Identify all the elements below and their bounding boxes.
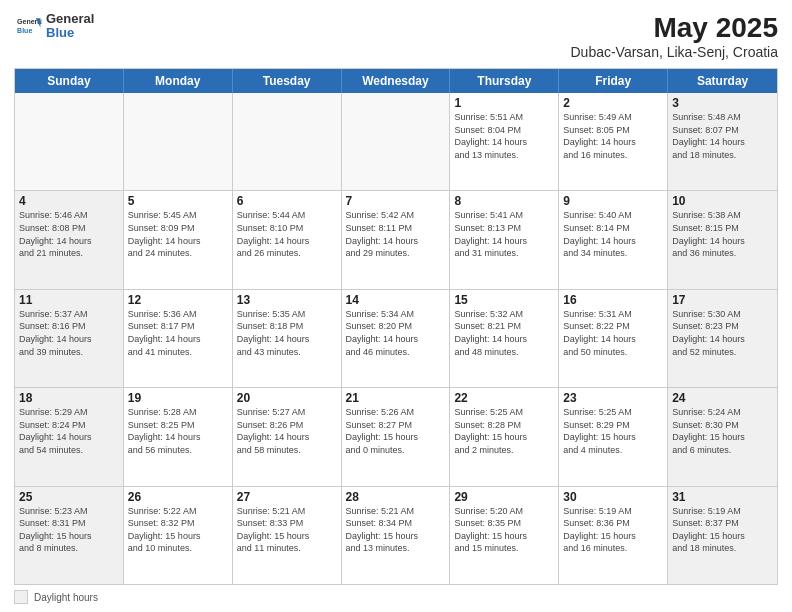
page-title: May 2025 xyxy=(570,12,778,44)
day-2: 2Sunrise: 5:49 AMSunset: 8:05 PMDaylight… xyxy=(559,93,668,190)
day-3: 3Sunrise: 5:48 AMSunset: 8:07 PMDaylight… xyxy=(668,93,777,190)
day-19: 19Sunrise: 5:28 AMSunset: 8:25 PMDayligh… xyxy=(124,388,233,485)
header-tuesday: Tuesday xyxy=(233,69,342,93)
empty-cell xyxy=(342,93,451,190)
day-15: 15Sunrise: 5:32 AMSunset: 8:21 PMDayligh… xyxy=(450,290,559,387)
header-wednesday: Wednesday xyxy=(342,69,451,93)
day-number-21: 21 xyxy=(346,391,446,405)
day-number-24: 24 xyxy=(672,391,773,405)
day-number-7: 7 xyxy=(346,194,446,208)
day-info-25: Sunrise: 5:23 AMSunset: 8:31 PMDaylight:… xyxy=(19,505,119,555)
day-number-4: 4 xyxy=(19,194,119,208)
day-27: 27Sunrise: 5:21 AMSunset: 8:33 PMDayligh… xyxy=(233,487,342,584)
legend: Daylight hours xyxy=(14,590,778,604)
day-number-31: 31 xyxy=(672,490,773,504)
day-info-9: Sunrise: 5:40 AMSunset: 8:14 PMDaylight:… xyxy=(563,209,663,259)
day-6: 6Sunrise: 5:44 AMSunset: 8:10 PMDaylight… xyxy=(233,191,342,288)
day-info-29: Sunrise: 5:20 AMSunset: 8:35 PMDaylight:… xyxy=(454,505,554,555)
week-2: 4Sunrise: 5:46 AMSunset: 8:08 PMDaylight… xyxy=(15,191,777,289)
day-info-7: Sunrise: 5:42 AMSunset: 8:11 PMDaylight:… xyxy=(346,209,446,259)
day-info-14: Sunrise: 5:34 AMSunset: 8:20 PMDaylight:… xyxy=(346,308,446,358)
day-number-27: 27 xyxy=(237,490,337,504)
day-info-12: Sunrise: 5:36 AMSunset: 8:17 PMDaylight:… xyxy=(128,308,228,358)
day-info-17: Sunrise: 5:30 AMSunset: 8:23 PMDaylight:… xyxy=(672,308,773,358)
day-31: 31Sunrise: 5:19 AMSunset: 8:37 PMDayligh… xyxy=(668,487,777,584)
day-17: 17Sunrise: 5:30 AMSunset: 8:23 PMDayligh… xyxy=(668,290,777,387)
day-21: 21Sunrise: 5:26 AMSunset: 8:27 PMDayligh… xyxy=(342,388,451,485)
day-number-23: 23 xyxy=(563,391,663,405)
day-info-18: Sunrise: 5:29 AMSunset: 8:24 PMDaylight:… xyxy=(19,406,119,456)
header-monday: Monday xyxy=(124,69,233,93)
day-info-1: Sunrise: 5:51 AMSunset: 8:04 PMDaylight:… xyxy=(454,111,554,161)
day-11: 11Sunrise: 5:37 AMSunset: 8:16 PMDayligh… xyxy=(15,290,124,387)
calendar-body: 1Sunrise: 5:51 AMSunset: 8:04 PMDaylight… xyxy=(15,93,777,584)
day-number-18: 18 xyxy=(19,391,119,405)
day-number-16: 16 xyxy=(563,293,663,307)
page-subtitle: Dubac-Varsan, Lika-Senj, Croatia xyxy=(570,44,778,60)
logo-blue: Blue xyxy=(46,26,94,40)
day-info-22: Sunrise: 5:25 AMSunset: 8:28 PMDaylight:… xyxy=(454,406,554,456)
day-13: 13Sunrise: 5:35 AMSunset: 8:18 PMDayligh… xyxy=(233,290,342,387)
header: General Blue General Blue May 2025 Dubac… xyxy=(14,12,778,60)
page: General Blue General Blue May 2025 Dubac… xyxy=(0,0,792,612)
day-number-10: 10 xyxy=(672,194,773,208)
legend-label: Daylight hours xyxy=(34,592,98,603)
day-info-4: Sunrise: 5:46 AMSunset: 8:08 PMDaylight:… xyxy=(19,209,119,259)
day-info-30: Sunrise: 5:19 AMSunset: 8:36 PMDaylight:… xyxy=(563,505,663,555)
day-18: 18Sunrise: 5:29 AMSunset: 8:24 PMDayligh… xyxy=(15,388,124,485)
logo: General Blue General Blue xyxy=(14,12,94,41)
day-14: 14Sunrise: 5:34 AMSunset: 8:20 PMDayligh… xyxy=(342,290,451,387)
day-number-19: 19 xyxy=(128,391,228,405)
day-info-26: Sunrise: 5:22 AMSunset: 8:32 PMDaylight:… xyxy=(128,505,228,555)
day-number-26: 26 xyxy=(128,490,228,504)
day-number-1: 1 xyxy=(454,96,554,110)
empty-cell xyxy=(15,93,124,190)
day-24: 24Sunrise: 5:24 AMSunset: 8:30 PMDayligh… xyxy=(668,388,777,485)
empty-cell xyxy=(233,93,342,190)
day-info-13: Sunrise: 5:35 AMSunset: 8:18 PMDaylight:… xyxy=(237,308,337,358)
day-info-10: Sunrise: 5:38 AMSunset: 8:15 PMDaylight:… xyxy=(672,209,773,259)
day-info-31: Sunrise: 5:19 AMSunset: 8:37 PMDaylight:… xyxy=(672,505,773,555)
day-8: 8Sunrise: 5:41 AMSunset: 8:13 PMDaylight… xyxy=(450,191,559,288)
header-friday: Friday xyxy=(559,69,668,93)
day-info-6: Sunrise: 5:44 AMSunset: 8:10 PMDaylight:… xyxy=(237,209,337,259)
calendar-header: SundayMondayTuesdayWednesdayThursdayFrid… xyxy=(15,69,777,93)
day-number-13: 13 xyxy=(237,293,337,307)
day-28: 28Sunrise: 5:21 AMSunset: 8:34 PMDayligh… xyxy=(342,487,451,584)
logo-text: General Blue xyxy=(46,12,94,41)
day-info-28: Sunrise: 5:21 AMSunset: 8:34 PMDaylight:… xyxy=(346,505,446,555)
day-number-28: 28 xyxy=(346,490,446,504)
day-30: 30Sunrise: 5:19 AMSunset: 8:36 PMDayligh… xyxy=(559,487,668,584)
day-7: 7Sunrise: 5:42 AMSunset: 8:11 PMDaylight… xyxy=(342,191,451,288)
day-22: 22Sunrise: 5:25 AMSunset: 8:28 PMDayligh… xyxy=(450,388,559,485)
day-10: 10Sunrise: 5:38 AMSunset: 8:15 PMDayligh… xyxy=(668,191,777,288)
day-29: 29Sunrise: 5:20 AMSunset: 8:35 PMDayligh… xyxy=(450,487,559,584)
week-1: 1Sunrise: 5:51 AMSunset: 8:04 PMDaylight… xyxy=(15,93,777,191)
day-4: 4Sunrise: 5:46 AMSunset: 8:08 PMDaylight… xyxy=(15,191,124,288)
day-info-23: Sunrise: 5:25 AMSunset: 8:29 PMDaylight:… xyxy=(563,406,663,456)
day-info-11: Sunrise: 5:37 AMSunset: 8:16 PMDaylight:… xyxy=(19,308,119,358)
day-info-3: Sunrise: 5:48 AMSunset: 8:07 PMDaylight:… xyxy=(672,111,773,161)
day-number-2: 2 xyxy=(563,96,663,110)
day-number-5: 5 xyxy=(128,194,228,208)
day-number-3: 3 xyxy=(672,96,773,110)
logo-icon: General Blue xyxy=(14,12,42,40)
day-number-6: 6 xyxy=(237,194,337,208)
empty-cell xyxy=(124,93,233,190)
day-info-5: Sunrise: 5:45 AMSunset: 8:09 PMDaylight:… xyxy=(128,209,228,259)
day-number-29: 29 xyxy=(454,490,554,504)
week-5: 25Sunrise: 5:23 AMSunset: 8:31 PMDayligh… xyxy=(15,487,777,584)
week-3: 11Sunrise: 5:37 AMSunset: 8:16 PMDayligh… xyxy=(15,290,777,388)
day-info-8: Sunrise: 5:41 AMSunset: 8:13 PMDaylight:… xyxy=(454,209,554,259)
day-info-16: Sunrise: 5:31 AMSunset: 8:22 PMDaylight:… xyxy=(563,308,663,358)
day-25: 25Sunrise: 5:23 AMSunset: 8:31 PMDayligh… xyxy=(15,487,124,584)
svg-text:Blue: Blue xyxy=(17,27,32,34)
day-info-24: Sunrise: 5:24 AMSunset: 8:30 PMDaylight:… xyxy=(672,406,773,456)
legend-box xyxy=(14,590,28,604)
calendar: SundayMondayTuesdayWednesdayThursdayFrid… xyxy=(14,68,778,585)
day-number-30: 30 xyxy=(563,490,663,504)
day-number-22: 22 xyxy=(454,391,554,405)
day-number-25: 25 xyxy=(19,490,119,504)
day-info-2: Sunrise: 5:49 AMSunset: 8:05 PMDaylight:… xyxy=(563,111,663,161)
day-info-21: Sunrise: 5:26 AMSunset: 8:27 PMDaylight:… xyxy=(346,406,446,456)
